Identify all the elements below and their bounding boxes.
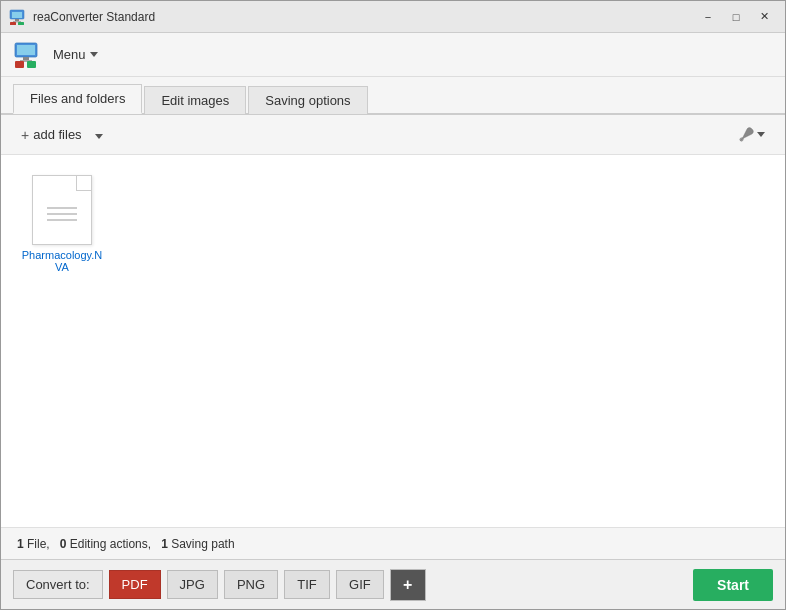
tab-edit-images[interactable]: Edit images <box>144 86 246 114</box>
menu-bar: Menu <box>1 33 785 77</box>
svg-rect-1 <box>12 12 22 18</box>
file-count: 1 <box>17 537 24 551</box>
minimize-button[interactable]: − <box>695 7 721 27</box>
menu-label: Menu <box>53 47 86 62</box>
format-tif-button[interactable]: TIF <box>284 570 330 599</box>
add-format-button[interactable]: + <box>390 569 426 601</box>
file-page-decoration <box>47 207 77 221</box>
tabs-bar: Files and folders Edit images Saving opt… <box>1 77 785 115</box>
add-files-button[interactable]: + add files <box>13 123 90 147</box>
svg-rect-4 <box>10 22 16 25</box>
svg-rect-2 <box>15 19 19 21</box>
saving-count: 1 <box>161 537 168 551</box>
svg-rect-10 <box>15 61 24 68</box>
tab-saving-options[interactable]: Saving options <box>248 86 367 114</box>
toolbar: + add files <box>1 115 785 155</box>
svg-rect-5 <box>18 22 24 25</box>
edit-count: 0 <box>60 537 67 551</box>
format-pdf-button[interactable]: PDF <box>109 570 161 599</box>
window-controls: − □ ✕ <box>695 7 777 27</box>
start-button[interactable]: Start <box>693 569 773 601</box>
status-text: 1 File, 0 Editing actions, 1 Saving path <box>17 537 235 551</box>
app-title: reaConverter Standard <box>33 10 695 24</box>
file-item[interactable]: Pharmacology.NVA <box>17 171 107 277</box>
status-bar: 1 File, 0 Editing actions, 1 Saving path <box>1 527 785 559</box>
add-files-chevron-icon <box>95 134 103 139</box>
svg-rect-7 <box>17 45 35 55</box>
convert-to-label: Convert to: <box>13 570 103 599</box>
format-gif-button[interactable]: GIF <box>336 570 384 599</box>
content-area: Pharmacology.NVA <box>1 155 785 527</box>
settings-chevron-icon <box>757 132 765 137</box>
menu-computer-icon <box>13 39 45 71</box>
edit-label: Editing actions, <box>70 537 158 551</box>
toolbar-left: + add files <box>13 123 108 147</box>
plus-icon: + <box>21 127 29 143</box>
settings-button[interactable] <box>730 123 773 147</box>
file-line-3 <box>47 219 77 221</box>
bottom-bar: Convert to: PDF JPG PNG TIF GIF + Start <box>1 559 785 609</box>
file-label: File, <box>27 537 56 551</box>
file-line-2 <box>47 213 77 215</box>
menu-chevron-icon <box>90 52 98 57</box>
file-line-1 <box>47 207 77 209</box>
svg-rect-8 <box>23 57 29 60</box>
saving-label: Saving path <box>171 537 234 551</box>
format-png-button[interactable]: PNG <box>224 570 278 599</box>
main-window: reaConverter Standard − □ ✕ Menu Files a… <box>0 0 786 610</box>
close-button[interactable]: ✕ <box>751 7 777 27</box>
wrench-icon <box>738 127 754 143</box>
title-bar: reaConverter Standard − □ ✕ <box>1 1 785 33</box>
file-icon <box>32 175 92 245</box>
maximize-button[interactable]: □ <box>723 7 749 27</box>
menu-button[interactable]: Menu <box>45 43 106 66</box>
add-files-label: add files <box>33 127 81 142</box>
tab-files-and-folders[interactable]: Files and folders <box>13 84 142 114</box>
add-files-dropdown-button[interactable] <box>90 123 108 146</box>
format-jpg-button[interactable]: JPG <box>167 570 218 599</box>
app-icon <box>9 8 27 26</box>
svg-rect-11 <box>27 61 36 68</box>
file-name-label: Pharmacology.NVA <box>21 249 103 273</box>
